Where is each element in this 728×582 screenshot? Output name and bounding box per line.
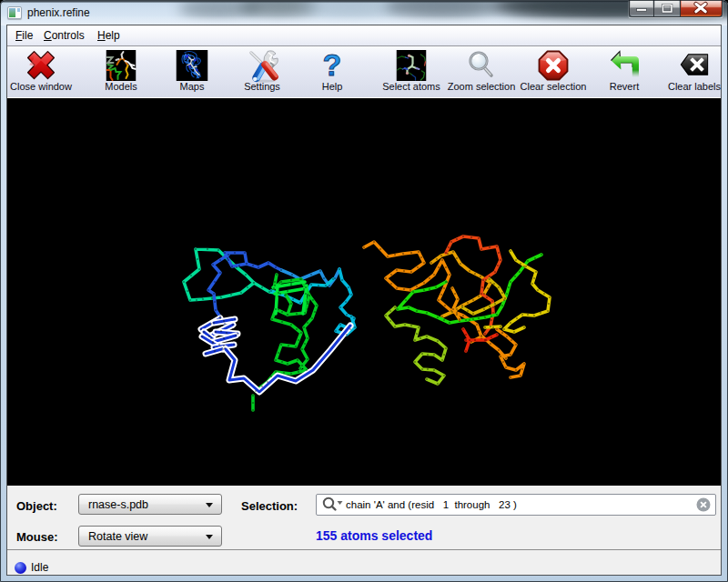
svg-text:?: ?	[323, 50, 342, 81]
